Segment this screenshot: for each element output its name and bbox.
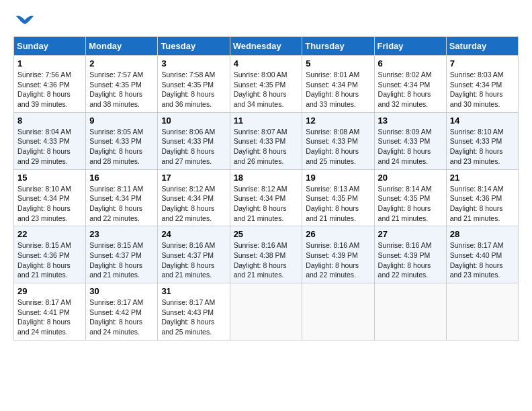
day-info: Sunrise: 8:14 AMSunset: 4:36 PMDaylight:… — [450, 185, 504, 222]
calendar-cell — [374, 283, 446, 340]
day-info: Sunrise: 8:17 AMSunset: 4:43 PMDaylight:… — [161, 298, 215, 336]
day-number: 7 — [450, 58, 515, 68]
day-info: Sunrise: 8:15 AMSunset: 4:36 PMDaylight:… — [17, 241, 71, 279]
calendar-cell: 8 Sunrise: 8:04 AMSunset: 4:33 PMDayligh… — [14, 112, 86, 169]
day-info: Sunrise: 8:12 AMSunset: 4:34 PMDaylight:… — [234, 185, 287, 222]
day-number: 14 — [450, 116, 515, 126]
day-info: Sunrise: 7:58 AMSunset: 4:35 PMDaylight:… — [161, 71, 215, 108]
logo-bird-icon — [15, 13, 35, 30]
day-number: 12 — [306, 116, 370, 126]
calendar-cell: 19 Sunrise: 8:13 AMSunset: 4:35 PMDaylig… — [302, 169, 374, 226]
day-info: Sunrise: 8:10 AMSunset: 4:34 PMDaylight:… — [17, 185, 71, 222]
day-number: 21 — [450, 173, 515, 183]
calendar-week-row: 1 Sunrise: 7:56 AMSunset: 4:36 PMDayligh… — [14, 56, 519, 113]
calendar-cell: 18 Sunrise: 8:12 AMSunset: 4:34 PMDaylig… — [230, 169, 302, 226]
calendar-cell — [230, 283, 302, 340]
day-number: 6 — [378, 58, 443, 68]
calendar-day-header: Monday — [86, 37, 158, 56]
day-number: 4 — [234, 58, 299, 68]
calendar-cell: 4 Sunrise: 8:00 AMSunset: 4:35 PMDayligh… — [230, 56, 302, 113]
day-info: Sunrise: 8:08 AMSunset: 4:33 PMDaylight:… — [306, 128, 359, 165]
day-number: 16 — [89, 173, 154, 183]
day-info: Sunrise: 8:17 AMSunset: 4:41 PMDaylight:… — [17, 298, 71, 336]
calendar-week-row: 8 Sunrise: 8:04 AMSunset: 4:33 PMDayligh… — [14, 112, 519, 169]
calendar-week-row: 15 Sunrise: 8:10 AMSunset: 4:34 PMDaylig… — [14, 169, 519, 226]
day-number: 19 — [306, 173, 370, 183]
day-info: Sunrise: 7:57 AMSunset: 4:35 PMDaylight:… — [89, 71, 143, 108]
calendar-cell: 24 Sunrise: 8:16 AMSunset: 4:37 PMDaylig… — [158, 226, 230, 283]
day-number: 11 — [234, 116, 299, 126]
calendar-table: SundayMondayTuesdayWednesdayThursdayFrid… — [13, 36, 519, 340]
calendar-cell: 16 Sunrise: 8:11 AMSunset: 4:34 PMDaylig… — [86, 169, 158, 226]
calendar-day-header: Friday — [374, 37, 446, 56]
day-number: 23 — [89, 229, 154, 239]
calendar-cell: 26 Sunrise: 8:16 AMSunset: 4:39 PMDaylig… — [302, 226, 374, 283]
day-info: Sunrise: 8:09 AMSunset: 4:33 PMDaylight:… — [378, 128, 432, 165]
day-number: 17 — [161, 173, 226, 183]
calendar-cell: 28 Sunrise: 8:17 AMSunset: 4:40 PMDaylig… — [446, 226, 518, 283]
day-number: 18 — [234, 173, 299, 183]
calendar-cell: 27 Sunrise: 8:16 AMSunset: 4:39 PMDaylig… — [374, 226, 446, 283]
calendar-cell: 10 Sunrise: 8:06 AMSunset: 4:33 PMDaylig… — [158, 112, 230, 169]
calendar-cell: 22 Sunrise: 8:15 AMSunset: 4:36 PMDaylig… — [14, 226, 86, 283]
calendar-cell: 31 Sunrise: 8:17 AMSunset: 4:43 PMDaylig… — [158, 283, 230, 340]
day-info: Sunrise: 8:11 AMSunset: 4:34 PMDaylight:… — [89, 185, 143, 222]
day-info: Sunrise: 8:14 AMSunset: 4:35 PMDaylight:… — [378, 185, 432, 222]
day-number: 30 — [89, 286, 154, 296]
day-info: Sunrise: 8:13 AMSunset: 4:35 PMDaylight:… — [306, 185, 359, 222]
day-number: 27 — [378, 229, 443, 239]
day-number: 15 — [17, 173, 82, 183]
day-number: 2 — [89, 58, 154, 68]
day-number: 29 — [17, 286, 82, 296]
day-info: Sunrise: 8:16 AMSunset: 4:37 PMDaylight:… — [161, 241, 215, 279]
calendar-cell: 13 Sunrise: 8:09 AMSunset: 4:33 PMDaylig… — [374, 112, 446, 169]
day-info: Sunrise: 8:16 AMSunset: 4:39 PMDaylight:… — [306, 241, 359, 279]
day-number: 24 — [161, 229, 226, 239]
logo — [13, 13, 35, 30]
day-info: Sunrise: 8:12 AMSunset: 4:34 PMDaylight:… — [161, 185, 215, 222]
day-info: Sunrise: 8:10 AMSunset: 4:33 PMDaylight:… — [450, 128, 504, 165]
page-header — [13, 13, 519, 30]
calendar-cell: 1 Sunrise: 7:56 AMSunset: 4:36 PMDayligh… — [14, 56, 86, 113]
calendar-header-row: SundayMondayTuesdayWednesdayThursdayFrid… — [14, 37, 519, 56]
day-info: Sunrise: 8:02 AMSunset: 4:34 PMDaylight:… — [378, 71, 432, 108]
day-info: Sunrise: 8:06 AMSunset: 4:33 PMDaylight:… — [161, 128, 215, 165]
day-number: 20 — [378, 173, 443, 183]
day-number: 9 — [89, 116, 154, 126]
calendar-cell: 21 Sunrise: 8:14 AMSunset: 4:36 PMDaylig… — [446, 169, 518, 226]
day-number: 28 — [450, 229, 515, 239]
calendar-cell: 23 Sunrise: 8:15 AMSunset: 4:37 PMDaylig… — [86, 226, 158, 283]
calendar-cell: 6 Sunrise: 8:02 AMSunset: 4:34 PMDayligh… — [374, 56, 446, 113]
calendar-cell: 7 Sunrise: 8:03 AMSunset: 4:34 PMDayligh… — [446, 56, 518, 113]
day-info: Sunrise: 8:15 AMSunset: 4:37 PMDaylight:… — [89, 241, 143, 279]
day-number: 5 — [306, 58, 370, 68]
day-number: 25 — [234, 229, 299, 239]
calendar-day-header: Thursday — [302, 37, 374, 56]
day-info: Sunrise: 8:17 AMSunset: 4:42 PMDaylight:… — [89, 298, 143, 336]
day-info: Sunrise: 8:07 AMSunset: 4:33 PMDaylight:… — [234, 128, 287, 165]
calendar-cell: 15 Sunrise: 8:10 AMSunset: 4:34 PMDaylig… — [14, 169, 86, 226]
calendar-cell: 12 Sunrise: 8:08 AMSunset: 4:33 PMDaylig… — [302, 112, 374, 169]
calendar-cell: 29 Sunrise: 8:17 AMSunset: 4:41 PMDaylig… — [14, 283, 86, 340]
day-info: Sunrise: 8:05 AMSunset: 4:33 PMDaylight:… — [89, 128, 143, 165]
day-number: 8 — [17, 116, 82, 126]
day-info: Sunrise: 8:16 AMSunset: 4:38 PMDaylight:… — [234, 241, 287, 279]
calendar-week-row: 29 Sunrise: 8:17 AMSunset: 4:41 PMDaylig… — [14, 283, 519, 340]
day-info: Sunrise: 8:17 AMSunset: 4:40 PMDaylight:… — [450, 241, 504, 279]
calendar-cell: 20 Sunrise: 8:14 AMSunset: 4:35 PMDaylig… — [374, 169, 446, 226]
day-info: Sunrise: 7:56 AMSunset: 4:36 PMDaylight:… — [17, 71, 71, 108]
day-number: 1 — [17, 58, 82, 68]
calendar-cell: 5 Sunrise: 8:01 AMSunset: 4:34 PMDayligh… — [302, 56, 374, 113]
calendar-day-header: Sunday — [14, 37, 86, 56]
day-number: 13 — [378, 116, 443, 126]
calendar-day-header: Saturday — [446, 37, 518, 56]
day-number: 31 — [161, 286, 226, 296]
calendar-cell: 2 Sunrise: 7:57 AMSunset: 4:35 PMDayligh… — [86, 56, 158, 113]
day-number: 26 — [306, 229, 370, 239]
calendar-cell: 9 Sunrise: 8:05 AMSunset: 4:33 PMDayligh… — [86, 112, 158, 169]
calendar-day-header: Tuesday — [158, 37, 230, 56]
calendar-cell: 11 Sunrise: 8:07 AMSunset: 4:33 PMDaylig… — [230, 112, 302, 169]
day-info: Sunrise: 8:01 AMSunset: 4:34 PMDaylight:… — [306, 71, 359, 108]
calendar-cell: 14 Sunrise: 8:10 AMSunset: 4:33 PMDaylig… — [446, 112, 518, 169]
calendar-cell: 3 Sunrise: 7:58 AMSunset: 4:35 PMDayligh… — [158, 56, 230, 113]
